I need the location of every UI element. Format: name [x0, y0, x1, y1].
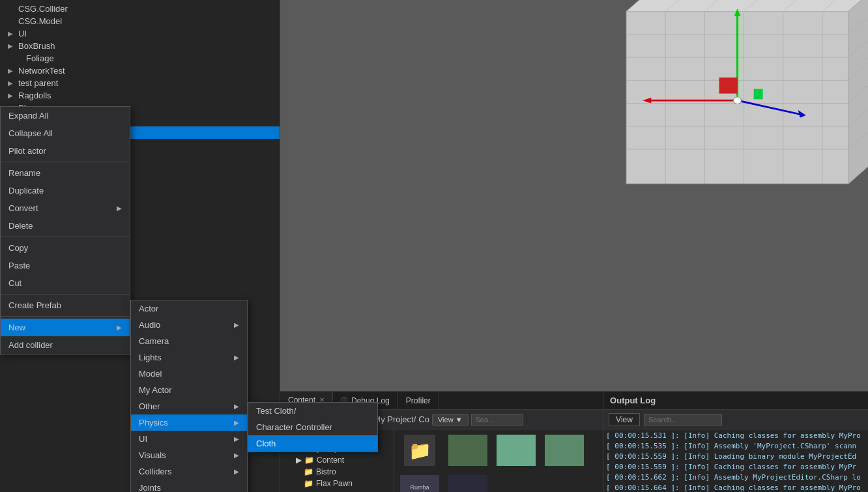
- arrow-icon: ▶: [8, 67, 16, 74]
- submenu-arrow-icon: ▶: [234, 452, 239, 459]
- tree-item-boxbrush[interactable]: ▶ BoxBrush: [0, 40, 280, 52]
- ctx-delete[interactable]: Delete: [1, 217, 130, 235]
- label: Audio: [139, 320, 160, 330]
- node-label: Bistro: [316, 467, 336, 476]
- tab-label: Profiler: [406, 396, 431, 405]
- ctx-pilot-actor[interactable]: Pilot actor: [1, 142, 130, 160]
- submenu-arrow-icon: ▶: [234, 435, 239, 442]
- node-label: Content: [317, 456, 344, 465]
- node-gameplay-globals[interactable]: 📁 Gameplay Globals: [280, 489, 394, 492]
- ctx-divider: [1, 294, 130, 295]
- folder-icon: 📁: [304, 456, 314, 465]
- output-log-header: Output Log: [603, 392, 868, 410]
- log-line: [ 00:00:15.531 ]: [Info] Caching classes…: [606, 431, 865, 441]
- new-actor[interactable]: Actor: [131, 300, 247, 317]
- log-line: [ 00:00:15.559 ]: [Info] Caching classes…: [606, 462, 865, 472]
- ctx-divider: [1, 316, 130, 317]
- physics-cloth[interactable]: Cloth: [248, 435, 377, 452]
- new-audio[interactable]: Audio ▶: [131, 317, 247, 333]
- label: Model: [139, 369, 162, 379]
- new-camera[interactable]: Camera: [131, 333, 247, 349]
- submenu-arrow-icon: ▶: [234, 321, 239, 328]
- file-item-2[interactable]: [493, 432, 539, 470]
- tab-profiler[interactable]: Profiler: [398, 392, 439, 409]
- svg-marker-14: [626, 0, 868, 12]
- label: Visuals: [139, 450, 166, 460]
- node-bistro[interactable]: 📁 Bistro: [280, 466, 394, 478]
- label: Colliders: [139, 467, 172, 476]
- new-lights[interactable]: Lights ▶: [131, 349, 247, 366]
- new-colliders[interactable]: Colliders ▶: [131, 463, 247, 480]
- tree-item-ui[interactable]: ▶ UI: [0, 27, 280, 40]
- file-item-3[interactable]: [542, 432, 587, 470]
- thumbnail-icon: Rumba Dancing: [400, 475, 439, 492]
- new-visuals[interactable]: Visuals ▶: [131, 447, 247, 463]
- file-item-5[interactable]: [445, 472, 491, 492]
- ctx-paste[interactable]: Paste: [1, 257, 130, 274]
- folder-icon: 📁: [304, 479, 313, 488]
- tree-item-ragdolls[interactable]: ▶ Ragdolls: [0, 89, 280, 102]
- file-item-1[interactable]: [445, 432, 491, 470]
- label: UI: [139, 434, 147, 444]
- tree-item-csg-model[interactable]: CSG.Model: [0, 15, 280, 27]
- tree-item-testparent[interactable]: ▶ test parent: [0, 77, 280, 89]
- log-entries: [ 00:00:15.531 ]: [Info] Caching classes…: [603, 429, 868, 492]
- submenu-arrow-icon: ▶: [117, 205, 122, 212]
- new-ui[interactable]: UI ▶: [131, 431, 247, 447]
- ctx-create-prefab[interactable]: Create Prefab: [1, 297, 130, 314]
- search-input[interactable]: [471, 414, 523, 426]
- new-physics[interactable]: Physics ▶: [131, 414, 247, 431]
- submenu-arrow-icon: ▶: [234, 403, 239, 410]
- new-my-actor[interactable]: My Actor: [131, 382, 247, 398]
- ctx-new[interactable]: New ▶: [1, 319, 130, 336]
- tree-label: test parent: [18, 78, 58, 88]
- tree-label: UI: [18, 29, 27, 38]
- file-item-rumba[interactable]: Rumba Dancing: [397, 472, 442, 492]
- ctx-label: Cut: [8, 278, 22, 288]
- tree-item-csg-collider[interactable]: CSG.Collider: [0, 3, 280, 15]
- node-flax-pawn[interactable]: 📁 Flax Pawn: [280, 478, 394, 489]
- ctx-copy[interactable]: Copy: [1, 239, 130, 257]
- label: Lights: [139, 353, 162, 362]
- submenu-arrow-icon: ▶: [117, 324, 122, 331]
- arrow-icon: ▶: [8, 42, 16, 50]
- output-log-panel: Output Log View [ 00:00:15.531 ]: [Info]…: [603, 392, 868, 492]
- ctx-cut[interactable]: Cut: [1, 274, 130, 292]
- ctx-rename[interactable]: Rename: [1, 164, 130, 182]
- tree-item-networktest[interactable]: ▶ NetworkTest: [0, 65, 280, 77]
- arrow-icon: ▶: [296, 456, 302, 465]
- thumbnail-icon: [448, 435, 487, 466]
- log-line: [ 00:00:15.559 ]: [Info] Loading binary …: [606, 452, 865, 462]
- thumbnail-icon: [448, 475, 487, 492]
- physics-test-cloth[interactable]: Test Cloth/: [248, 403, 377, 419]
- view-tab[interactable]: View: [609, 413, 640, 426]
- label: Joints: [139, 483, 161, 492]
- file-grid: 📁: [394, 429, 603, 492]
- ctx-label: Duplicate: [8, 186, 44, 195]
- ctx-label: Pilot actor: [8, 146, 46, 156]
- label: My Actor: [139, 385, 172, 395]
- label: Cloth: [256, 439, 276, 448]
- ctx-label: New: [8, 323, 25, 332]
- new-model[interactable]: Model: [131, 366, 247, 382]
- ctx-collapse-all[interactable]: Collapse All: [1, 124, 130, 142]
- file-item-folder[interactable]: 📁: [397, 432, 442, 470]
- ctx-label: Collapse All: [8, 128, 53, 138]
- submenu-arrow-icon: ▶: [234, 419, 239, 426]
- physics-character-controller[interactable]: Character Controller: [248, 419, 377, 435]
- submenu-physics-items: Test Cloth/ Character Controller Cloth: [248, 402, 378, 452]
- ctx-expand-all[interactable]: Expand All: [1, 107, 130, 124]
- new-joints[interactable]: Joints: [131, 480, 247, 492]
- ctx-label: Convert: [8, 203, 38, 213]
- scene-panel: CSG.Collider CSG.Model ▶ UI ▶ BoxBrush F…: [0, 0, 280, 492]
- view-button[interactable]: View ▼: [432, 414, 469, 426]
- new-other[interactable]: Other ▶: [131, 398, 247, 414]
- path-myproject: My Project/: [373, 414, 416, 424]
- ctx-duplicate[interactable]: Duplicate: [1, 182, 130, 199]
- output-search-input[interactable]: [644, 414, 722, 426]
- ctx-add-collider[interactable]: Add collider: [1, 336, 130, 354]
- tree-item-foliage[interactable]: Foliage: [0, 52, 280, 65]
- ctx-convert[interactable]: Convert ▶: [1, 199, 130, 217]
- label: Other: [139, 401, 160, 411]
- node-content[interactable]: ▶ 📁 Content: [280, 454, 394, 466]
